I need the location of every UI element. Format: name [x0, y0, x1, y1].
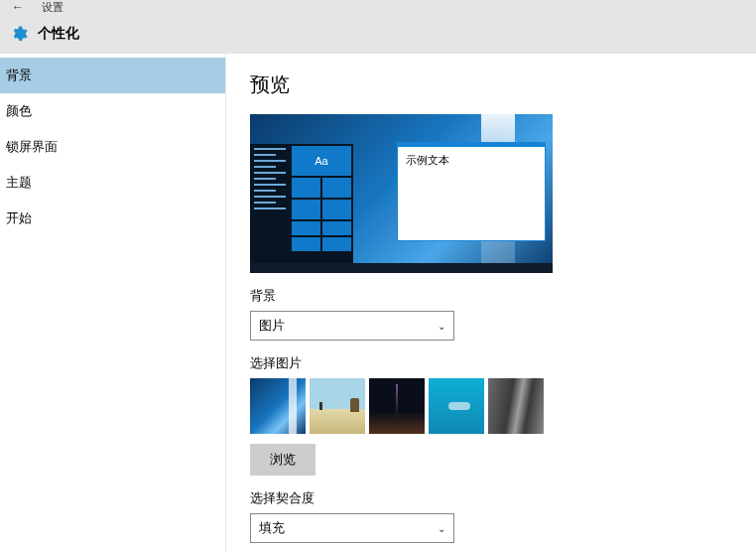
gear-icon: [10, 25, 28, 43]
sidebar-item-themes[interactable]: 主题: [0, 165, 225, 201]
sidebar: 背景 颜色 锁屏界面 主题 开始: [0, 54, 226, 552]
titlebar-title: 设置: [42, 0, 63, 15]
picture-thumb-5[interactable]: [488, 378, 544, 434]
page-header: 个性化: [0, 14, 756, 54]
picture-thumb-4[interactable]: [429, 378, 484, 434]
sidebar-item-label: 主题: [6, 174, 32, 192]
background-type-dropdown[interactable]: 图片 ⌄: [250, 311, 454, 341]
titlebar: ← 设置: [0, 0, 756, 14]
content-area: 预览 Aa 示例文本: [226, 54, 756, 552]
sidebar-item-label: 开始: [6, 209, 32, 227]
browse-button[interactable]: 浏览: [250, 444, 315, 476]
background-label: 背景: [250, 287, 736, 305]
sidebar-item-label: 背景: [6, 67, 32, 84]
desktop-preview: Aa 示例文本: [250, 114, 553, 273]
dropdown-value: 图片: [259, 317, 285, 335]
dropdown-value: 填充: [259, 519, 285, 537]
sidebar-item-label: 颜色: [6, 102, 32, 120]
picture-thumbnails: [250, 378, 736, 434]
preview-window: 示例文本: [397, 142, 546, 241]
preview-taskbar: [250, 263, 553, 273]
fit-dropdown[interactable]: 填充 ⌄: [250, 513, 454, 543]
picture-thumb-1[interactable]: [250, 378, 306, 434]
choose-picture-label: 选择图片: [250, 354, 736, 372]
page-title: 个性化: [38, 25, 79, 43]
sidebar-item-label: 锁屏界面: [6, 138, 58, 156]
preview-tile-text: Aa: [292, 146, 351, 176]
sidebar-item-background[interactable]: 背景: [0, 58, 225, 93]
preview-sample-text: 示例文本: [398, 147, 545, 174]
sidebar-item-lockscreen[interactable]: 锁屏界面: [0, 129, 225, 165]
picture-thumb-2[interactable]: [310, 378, 365, 434]
fit-label: 选择契合度: [250, 489, 736, 507]
chevron-down-icon: ⌄: [438, 523, 445, 534]
back-button[interactable]: ←: [12, 0, 24, 14]
picture-thumb-3[interactable]: [369, 378, 425, 434]
preview-start-menu: Aa: [250, 144, 353, 263]
chevron-down-icon: ⌄: [438, 321, 445, 332]
sidebar-item-colors[interactable]: 颜色: [0, 93, 225, 129]
sidebar-item-start[interactable]: 开始: [0, 201, 225, 236]
preview-heading: 预览: [250, 71, 736, 98]
